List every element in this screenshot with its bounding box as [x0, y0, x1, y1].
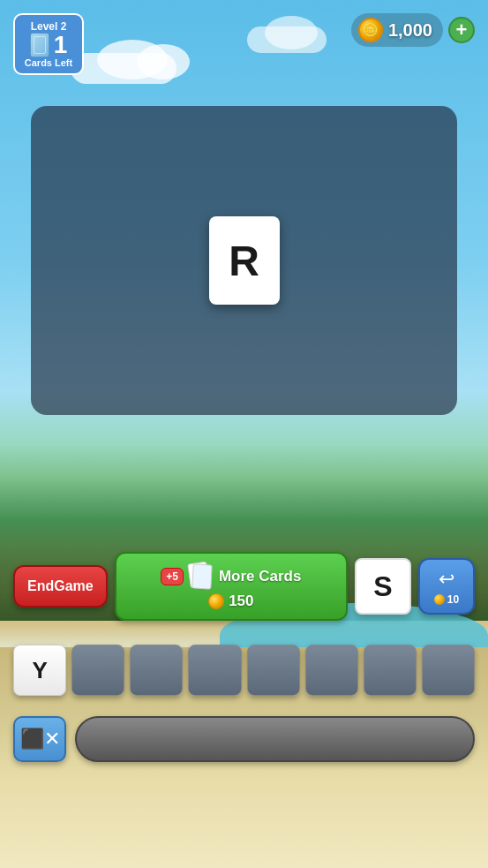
level-content: 1	[30, 33, 68, 57]
end-game-line1: End	[27, 577, 54, 594]
tile-1[interactable]	[71, 645, 124, 696]
more-cards-top: +5 More Cards	[161, 562, 301, 591]
tile-3[interactable]	[188, 645, 241, 696]
undo-cost: 10	[434, 593, 459, 606]
clear-icon: ⬛✕	[20, 728, 60, 751]
tile-2[interactable]	[130, 645, 183, 696]
more-cards-button[interactable]: +5 More Cards 150	[115, 552, 348, 621]
s-card-button[interactable]: S	[355, 558, 411, 615]
cards-left-label: Cards Left	[25, 57, 72, 68]
cloud-2a	[265, 16, 318, 49]
bottom-toolbar: ⬛✕	[13, 716, 475, 762]
submit-bar[interactable]	[75, 716, 475, 762]
end-game-line2: Game	[54, 577, 93, 594]
plus5-badge: +5	[161, 568, 184, 585]
more-cards-label: More Cards	[219, 568, 302, 585]
action-bar: End Game +5 More Cards 150 S ↩ 10	[13, 552, 475, 621]
cost-coin-icon	[208, 593, 224, 609]
card-icon	[30, 33, 49, 57]
end-game-button[interactable]: End Game	[13, 565, 108, 607]
tile-5[interactable]	[305, 645, 358, 696]
game-card: R	[209, 216, 280, 305]
level-badge: Level 2 1 Cards Left	[13, 13, 84, 75]
add-coins-button[interactable]: +	[448, 17, 475, 43]
tile-7[interactable]	[422, 645, 475, 696]
cards-stack-icon	[189, 562, 214, 591]
undo-icon: ↩	[439, 568, 454, 591]
more-cards-cost: 150	[208, 593, 253, 610]
tile-0[interactable]: Y	[13, 645, 66, 696]
clear-button[interactable]: ⬛✕	[13, 716, 66, 762]
undo-button[interactable]: ↩ 10	[418, 558, 475, 615]
s-card-letter: S	[373, 570, 392, 603]
coin-icon: 🪙	[358, 18, 383, 42]
coin-amount: 1,000	[388, 20, 432, 41]
tile-4[interactable]	[247, 645, 300, 696]
game-card-letter: R	[229, 237, 259, 285]
coin-display: 🪙 1,000 +	[351, 13, 475, 47]
undo-coin-icon	[434, 594, 445, 605]
tile-6[interactable]	[364, 645, 417, 696]
card-stack-front	[191, 563, 212, 589]
cloud-1b	[137, 44, 190, 79]
coin-badge: 🪙 1,000	[351, 13, 443, 47]
cards-left-count: 1	[54, 33, 68, 57]
undo-cost-amount: 10	[447, 593, 459, 606]
game-area: R	[31, 106, 457, 415]
more-cards-cost-amount: 150	[229, 593, 253, 610]
tiles-row: Y	[13, 645, 475, 696]
